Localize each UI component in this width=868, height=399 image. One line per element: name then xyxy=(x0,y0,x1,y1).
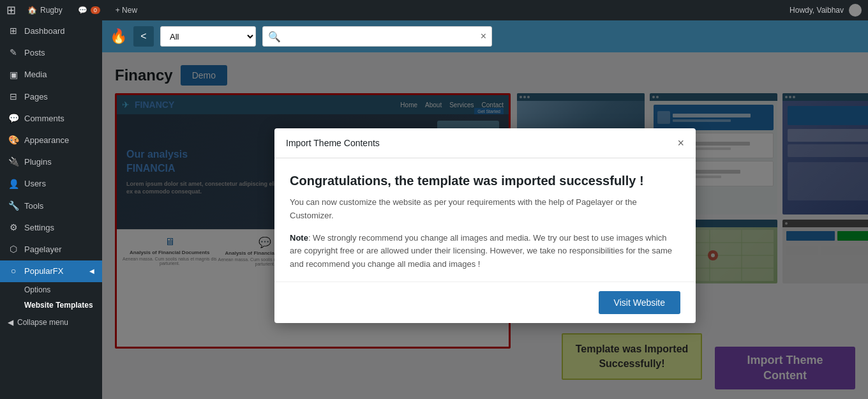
appearance-icon: 🎨 xyxy=(8,135,19,146)
admin-bar: ⊞ 🏠 Rugby 💬 0 + New Howdy, Vaibhav xyxy=(0,0,868,20)
sidebar-item-plugins[interactable]: 🔌 Plugins xyxy=(0,151,102,173)
sidebar-item-dashboard[interactable]: ⊞ Dashboard xyxy=(0,20,102,42)
new-item[interactable]: + New xyxy=(112,6,141,15)
flame-icon: 🔥 xyxy=(110,28,127,45)
modal-title: Import Theme Contents xyxy=(286,138,380,148)
dashboard-icon: ⊞ xyxy=(8,26,19,37)
collapse-menu-label: Collapse menu xyxy=(17,318,68,327)
sidebar-label-settings: Settings xyxy=(24,222,54,234)
popularfx-arrow: ◀ xyxy=(89,267,94,276)
comment-icon: 💬 xyxy=(78,6,87,15)
sidebar-label-dashboard: Dashboard xyxy=(24,26,65,37)
collapse-arrow-icon: ◀ xyxy=(8,318,13,327)
template-content: Financy Demo ✈ FINANCY Home About xyxy=(102,52,868,399)
content-area: 🔥 < All Business Portfolio Blog 🔍 × Fina… xyxy=(102,20,868,399)
sidebar-label-posts: Posts xyxy=(24,47,45,59)
site-name-item[interactable]: 🏠 Rugby xyxy=(24,6,66,15)
sidebar-label-comments: Comments xyxy=(24,113,64,124)
modal-footer: Visit Website xyxy=(274,282,696,323)
modal-note: Note: We strongly recommend you change a… xyxy=(290,232,680,271)
search-icon: 🔍 xyxy=(268,31,281,43)
modal-note-text: : We strongly recommend you change all i… xyxy=(290,233,672,269)
popularfx-icon: ○ xyxy=(8,266,19,277)
sidebar-label-appearance: Appearance xyxy=(24,135,69,146)
template-header-bar: 🔥 < All Business Portfolio Blog 🔍 × xyxy=(102,20,868,52)
sidebar-item-users[interactable]: 👤 Users xyxy=(0,173,102,195)
sidebar-item-pages[interactable]: ⊟ Pages xyxy=(0,86,102,108)
back-button[interactable]: < xyxy=(133,26,154,47)
sidebar-item-posts[interactable]: ✎ Posts xyxy=(0,42,102,64)
media-icon: ▣ xyxy=(8,69,19,80)
comments-icon: 💬 xyxy=(8,113,19,124)
modal-dialog: Import Theme Contents × Congratulations,… xyxy=(274,128,696,323)
search-clear-icon[interactable]: × xyxy=(481,31,486,42)
sidebar-label-users: Users xyxy=(24,178,46,190)
settings-icon: ⚙ xyxy=(8,222,19,234)
sidebar-item-tools[interactable]: 🔧 Tools xyxy=(0,195,102,217)
sidebar-label-popularfx: PopularFX xyxy=(24,266,63,277)
sidebar-label-plugins: Plugins xyxy=(24,156,52,168)
sidebar-sub-options[interactable]: Options xyxy=(0,282,102,297)
avatar xyxy=(849,4,862,17)
sidebar-label-pagelayer: Pagelayer xyxy=(24,244,62,255)
main-layout: ⊞ Dashboard ✎ Posts ▣ Media ⊟ Pages 💬 Co… xyxy=(0,20,868,399)
house-icon: 🏠 xyxy=(27,6,37,15)
sidebar-label-pages: Pages xyxy=(24,91,48,103)
comments-item[interactable]: 💬 0 xyxy=(74,6,104,15)
sidebar-label-media: Media xyxy=(24,69,47,80)
search-input[interactable] xyxy=(285,32,481,41)
posts-icon: ✎ xyxy=(8,47,19,59)
modal-close-button[interactable]: × xyxy=(677,137,684,149)
modal-header: Import Theme Contents × xyxy=(274,128,696,158)
modal-note-label: Note xyxy=(290,233,308,243)
modal-body: Congratulations, the template was import… xyxy=(274,158,696,282)
pages-icon: ⊟ xyxy=(8,91,19,103)
howdy-text: Howdy, Vaibhav xyxy=(789,6,844,15)
sidebar-item-pagelayer[interactable]: ⬡ Pagelayer xyxy=(0,239,102,260)
modal-overlay: Import Theme Contents × Congratulations,… xyxy=(102,52,868,399)
sidebar-item-comments[interactable]: 💬 Comments xyxy=(0,108,102,130)
admin-bar-right: Howdy, Vaibhav xyxy=(789,4,862,17)
sidebar-sub-website-templates[interactable]: Website Templates xyxy=(0,297,102,313)
pagelayer-icon: ⬡ xyxy=(8,244,19,255)
new-label: + New xyxy=(116,6,137,15)
sidebar-item-popularfx[interactable]: ○ PopularFX ◀ xyxy=(0,260,102,282)
filter-select[interactable]: All Business Portfolio Blog xyxy=(160,26,256,47)
sidebar-item-settings[interactable]: ⚙ Settings xyxy=(0,217,102,239)
sidebar-item-media[interactable]: ▣ Media xyxy=(0,64,102,86)
sidebar-sub-templates-label: Website Templates xyxy=(24,301,93,310)
visit-website-button[interactable]: Visit Website xyxy=(599,291,680,314)
plugins-icon: 🔌 xyxy=(8,156,19,168)
site-name-label: Rugby xyxy=(40,6,63,15)
sidebar-label-tools: Tools xyxy=(24,200,43,212)
users-icon: 👤 xyxy=(8,178,19,190)
wp-logo-icon: ⊞ xyxy=(6,3,16,17)
sidebar: ⊞ Dashboard ✎ Posts ▣ Media ⊟ Pages 💬 Co… xyxy=(0,20,102,399)
modal-description: You can now customize the website as per… xyxy=(290,196,680,223)
sidebar-item-appearance[interactable]: 🎨 Appearance xyxy=(0,130,102,151)
comment-count: 0 xyxy=(91,6,100,14)
collapse-menu-item[interactable]: ◀ Collapse menu xyxy=(0,313,102,332)
sidebar-sub-options-label: Options xyxy=(24,285,50,294)
search-bar: 🔍 × xyxy=(262,26,492,47)
modal-success-title: Congratulations, the template was import… xyxy=(290,174,680,188)
tools-icon: 🔧 xyxy=(8,200,19,212)
